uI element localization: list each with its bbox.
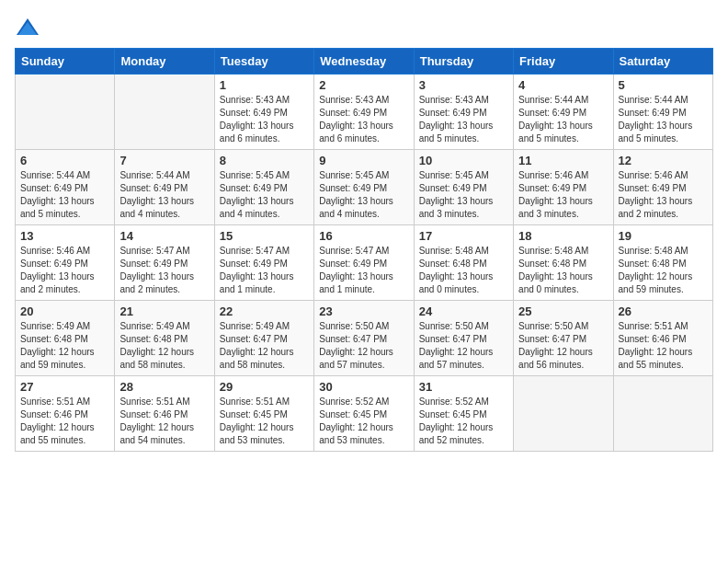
day-info: Sunrise: 5:44 AM Sunset: 6:49 PM Dayligh… (20, 169, 109, 221)
day-info: Sunrise: 5:43 AM Sunset: 6:49 PM Dayligh… (419, 94, 508, 145)
calendar-cell: 2Sunrise: 5:43 AM Sunset: 6:49 PM Daylig… (314, 75, 414, 150)
calendar-cell: 31Sunrise: 5:52 AM Sunset: 6:45 PM Dayli… (414, 376, 513, 452)
day-info: Sunrise: 5:46 AM Sunset: 6:49 PM Dayligh… (619, 169, 708, 221)
calendar-cell: 16Sunrise: 5:47 AM Sunset: 6:49 PM Dayli… (314, 225, 414, 301)
day-number: 7 (119, 154, 209, 167)
day-info: Sunrise: 5:51 AM Sunset: 6:45 PM Dayligh… (220, 396, 309, 447)
logo-icon (15, 15, 40, 40)
header-monday: Monday (115, 49, 214, 75)
day-number: 8 (220, 154, 309, 167)
day-number: 18 (518, 229, 608, 243)
day-info: Sunrise: 5:46 AM Sunset: 6:49 PM Dayligh… (518, 169, 608, 221)
calendar-cell: 9Sunrise: 5:45 AM Sunset: 6:49 PM Daylig… (314, 150, 414, 225)
header-tuesday: Tuesday (214, 49, 313, 75)
calendar-cell: 4Sunrise: 5:44 AM Sunset: 6:49 PM Daylig… (514, 75, 613, 150)
day-number: 21 (119, 304, 209, 318)
page-header (15, 15, 713, 40)
calendar-cell: 1Sunrise: 5:43 AM Sunset: 6:49 PM Daylig… (214, 75, 313, 150)
day-info: Sunrise: 5:49 AM Sunset: 6:48 PM Dayligh… (119, 320, 209, 372)
day-info: Sunrise: 5:44 AM Sunset: 6:49 PM Dayligh… (518, 94, 608, 145)
calendar-table: SundayMondayTuesdayWednesdayThursdayFrid… (15, 48, 713, 452)
calendar-cell: 6Sunrise: 5:44 AM Sunset: 6:49 PM Daylig… (16, 150, 115, 225)
day-number: 26 (619, 304, 708, 318)
day-info: Sunrise: 5:50 AM Sunset: 6:47 PM Dayligh… (319, 320, 408, 372)
day-number: 3 (419, 78, 508, 92)
calendar-cell: 7Sunrise: 5:44 AM Sunset: 6:49 PM Daylig… (115, 150, 214, 225)
day-info: Sunrise: 5:45 AM Sunset: 6:49 PM Dayligh… (419, 169, 508, 221)
day-info: Sunrise: 5:48 AM Sunset: 6:48 PM Dayligh… (518, 245, 608, 296)
calendar-cell: 15Sunrise: 5:47 AM Sunset: 6:49 PM Dayli… (214, 225, 313, 301)
calendar-cell (16, 75, 115, 150)
calendar-cell: 17Sunrise: 5:48 AM Sunset: 6:48 PM Dayli… (414, 225, 513, 301)
day-info: Sunrise: 5:44 AM Sunset: 6:49 PM Dayligh… (119, 169, 209, 221)
header-friday: Friday (514, 49, 613, 75)
day-number: 14 (119, 229, 209, 243)
calendar-cell: 30Sunrise: 5:52 AM Sunset: 6:45 PM Dayli… (314, 376, 414, 452)
day-number: 12 (619, 154, 708, 167)
day-info: Sunrise: 5:46 AM Sunset: 6:49 PM Dayligh… (20, 245, 109, 296)
day-number: 6 (20, 154, 109, 167)
day-number: 30 (319, 380, 408, 394)
day-number: 24 (419, 304, 508, 318)
calendar-cell: 27Sunrise: 5:51 AM Sunset: 6:46 PM Dayli… (16, 376, 115, 452)
calendar-header-row: SundayMondayTuesdayWednesdayThursdayFrid… (16, 49, 713, 75)
day-number: 31 (419, 380, 508, 394)
day-number: 23 (319, 304, 408, 318)
day-info: Sunrise: 5:45 AM Sunset: 6:49 PM Dayligh… (319, 169, 408, 221)
day-number: 11 (518, 154, 608, 167)
day-number: 25 (518, 304, 608, 318)
calendar-cell: 11Sunrise: 5:46 AM Sunset: 6:49 PM Dayli… (514, 150, 613, 225)
calendar-week-row: 20Sunrise: 5:49 AM Sunset: 6:48 PM Dayli… (16, 301, 713, 376)
day-number: 29 (220, 380, 309, 394)
calendar-cell: 26Sunrise: 5:51 AM Sunset: 6:46 PM Dayli… (613, 301, 712, 376)
day-number: 10 (419, 154, 508, 167)
day-number: 9 (319, 154, 408, 167)
day-info: Sunrise: 5:50 AM Sunset: 6:47 PM Dayligh… (419, 320, 508, 372)
day-info: Sunrise: 5:48 AM Sunset: 6:48 PM Dayligh… (619, 245, 708, 296)
day-number: 22 (220, 304, 309, 318)
day-info: Sunrise: 5:51 AM Sunset: 6:46 PM Dayligh… (20, 396, 109, 447)
calendar-cell: 3Sunrise: 5:43 AM Sunset: 6:49 PM Daylig… (414, 75, 513, 150)
calendar-cell: 23Sunrise: 5:50 AM Sunset: 6:47 PM Dayli… (314, 301, 414, 376)
day-info: Sunrise: 5:52 AM Sunset: 6:45 PM Dayligh… (319, 396, 408, 447)
day-info: Sunrise: 5:47 AM Sunset: 6:49 PM Dayligh… (319, 245, 408, 296)
calendar-cell: 10Sunrise: 5:45 AM Sunset: 6:49 PM Dayli… (414, 150, 513, 225)
day-number: 16 (319, 229, 408, 243)
calendar-cell: 25Sunrise: 5:50 AM Sunset: 6:47 PM Dayli… (514, 301, 613, 376)
day-info: Sunrise: 5:47 AM Sunset: 6:49 PM Dayligh… (119, 245, 209, 296)
calendar-cell: 20Sunrise: 5:49 AM Sunset: 6:48 PM Dayli… (16, 301, 115, 376)
calendar-cell: 19Sunrise: 5:48 AM Sunset: 6:48 PM Dayli… (613, 225, 712, 301)
day-number: 19 (619, 229, 708, 243)
day-info: Sunrise: 5:50 AM Sunset: 6:47 PM Dayligh… (518, 320, 608, 372)
calendar-week-row: 27Sunrise: 5:51 AM Sunset: 6:46 PM Dayli… (16, 376, 713, 452)
calendar-cell: 21Sunrise: 5:49 AM Sunset: 6:48 PM Dayli… (115, 301, 214, 376)
day-number: 4 (518, 78, 608, 92)
calendar-week-row: 13Sunrise: 5:46 AM Sunset: 6:49 PM Dayli… (16, 225, 713, 301)
logo (15, 15, 44, 40)
day-number: 13 (20, 229, 109, 243)
calendar-cell: 18Sunrise: 5:48 AM Sunset: 6:48 PM Dayli… (514, 225, 613, 301)
day-number: 28 (119, 380, 209, 394)
header-saturday: Saturday (613, 49, 712, 75)
day-number: 5 (619, 78, 708, 92)
day-info: Sunrise: 5:43 AM Sunset: 6:49 PM Dayligh… (319, 94, 408, 145)
calendar-cell: 29Sunrise: 5:51 AM Sunset: 6:45 PM Dayli… (214, 376, 313, 452)
day-info: Sunrise: 5:43 AM Sunset: 6:49 PM Dayligh… (220, 94, 309, 145)
calendar-cell: 8Sunrise: 5:45 AM Sunset: 6:49 PM Daylig… (214, 150, 313, 225)
day-info: Sunrise: 5:47 AM Sunset: 6:49 PM Dayligh… (220, 245, 309, 296)
day-number: 20 (20, 304, 109, 318)
calendar-cell: 24Sunrise: 5:50 AM Sunset: 6:47 PM Dayli… (414, 301, 513, 376)
day-info: Sunrise: 5:52 AM Sunset: 6:45 PM Dayligh… (419, 396, 508, 447)
header-sunday: Sunday (16, 49, 115, 75)
day-number: 2 (319, 78, 408, 92)
day-info: Sunrise: 5:51 AM Sunset: 6:46 PM Dayligh… (119, 396, 209, 447)
calendar-cell (514, 376, 613, 452)
calendar-cell: 14Sunrise: 5:47 AM Sunset: 6:49 PM Dayli… (115, 225, 214, 301)
calendar-cell: 12Sunrise: 5:46 AM Sunset: 6:49 PM Dayli… (613, 150, 712, 225)
day-info: Sunrise: 5:44 AM Sunset: 6:49 PM Dayligh… (619, 94, 708, 145)
header-thursday: Thursday (414, 49, 513, 75)
calendar-cell (115, 75, 214, 150)
day-info: Sunrise: 5:45 AM Sunset: 6:49 PM Dayligh… (220, 169, 309, 221)
day-info: Sunrise: 5:51 AM Sunset: 6:46 PM Dayligh… (619, 320, 708, 372)
day-number: 17 (419, 229, 508, 243)
